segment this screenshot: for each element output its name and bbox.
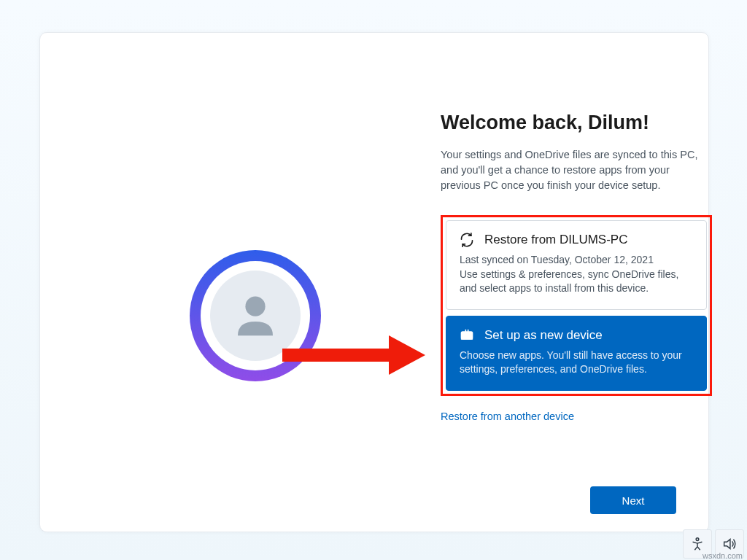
option-restore-from-pc[interactable]: Restore from DILUMS-PC Last synced on Tu… <box>446 220 707 310</box>
restore-another-device-link[interactable]: Restore from another device <box>441 411 712 422</box>
next-button[interactable]: Next <box>590 486 676 514</box>
options-highlight-box: Restore from DILUMS-PC Last synced on Tu… <box>441 215 712 396</box>
device-icon <box>460 328 474 343</box>
sync-icon <box>460 233 474 247</box>
watermark-text: wsxdn.com <box>703 551 743 560</box>
person-icon <box>226 287 285 345</box>
option-restore-title: Restore from DILUMS-PC <box>484 233 627 247</box>
speaker-icon <box>721 536 738 552</box>
svg-point-0 <box>245 297 265 316</box>
accessibility-icon <box>689 536 705 552</box>
svg-marker-8 <box>724 540 730 549</box>
avatar-placeholder <box>210 271 301 361</box>
avatar-graphic <box>190 250 321 381</box>
svg-rect-3 <box>462 332 473 339</box>
page-subtitle: Your settings and OneDrive files are syn… <box>441 147 712 193</box>
content-column: Welcome back, Dilum! Your settings and O… <box>441 112 712 422</box>
option-new-title: Set up as new device <box>484 328 603 343</box>
svg-marker-2 <box>389 335 425 375</box>
option-restore-desc: Last synced on Tuesday, October 12, 2021… <box>460 253 693 296</box>
option-new-desc: Choose new apps. You'll still have acces… <box>460 349 693 377</box>
svg-point-7 <box>696 538 699 541</box>
option-setup-new-device[interactable]: Set up as new device Choose new apps. Yo… <box>446 316 707 391</box>
setup-card: Welcome back, Dilum! Your settings and O… <box>39 32 709 532</box>
page-title: Welcome back, Dilum! <box>441 112 712 134</box>
